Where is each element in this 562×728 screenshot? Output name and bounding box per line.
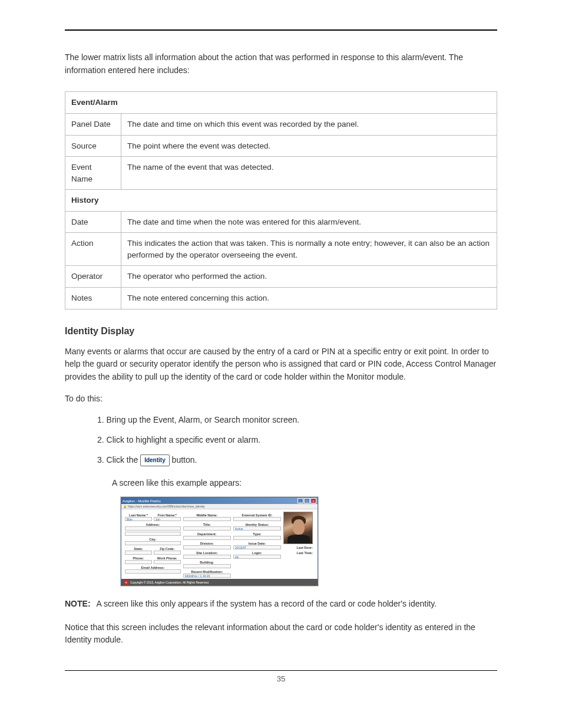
minimize-icon: _ — [297, 498, 303, 503]
steps-list: 1. Bring up the Event, Alarm, or Search … — [65, 414, 497, 466]
page-number: 35 — [277, 674, 285, 683]
page-footer: 35 — [65, 670, 497, 683]
field-city — [125, 541, 181, 545]
table-row: Notes The note entered concerning this a… — [65, 288, 497, 309]
step3-prefix: 3. Click the — [97, 455, 140, 465]
row-desc: This indicates the action that was taken… — [121, 233, 497, 266]
step-item: 1. Bring up the Event, Alarm, or Search … — [97, 414, 497, 427]
step3-suffix: button. — [172, 455, 197, 465]
field-external-id — [233, 517, 281, 521]
step-item: 2. Click to highlight a specific event o… — [97, 434, 497, 447]
row-desc: The date and time on which this event wa… — [121, 113, 497, 135]
closing-paragraph: Notice that this screen includes the rel… — [65, 621, 497, 647]
table-row: Panel Date The date and time on which th… — [65, 113, 497, 135]
field-middle-name — [183, 517, 231, 521]
url-text: https://acm.avilonsecurity.com/099/subsc… — [128, 505, 205, 508]
field-building — [183, 564, 231, 568]
table-row: Source The point where the event was det… — [65, 135, 497, 157]
label-last-door: Last Door: — [283, 546, 314, 549]
mock-body: Last Name:* Blas First Name:* Jon Addres… — [121, 509, 318, 579]
mock-col-work: Middle Name: Title: Department: Division… — [183, 512, 231, 578]
row-label: Operator — [65, 266, 121, 288]
row-label: Source — [65, 135, 121, 157]
avigilon-logo-icon: ✕ — [124, 580, 128, 585]
field-last-name: Blas — [125, 517, 152, 521]
maximize-icon: □ — [304, 498, 310, 503]
row-desc: The date and time when the note was ente… — [121, 211, 497, 233]
event-alarm-table: Event/Alarm Panel Date The date and time… — [65, 91, 497, 309]
row-label: Action — [65, 233, 121, 266]
identity-display-paragraph: Many events or alarms that occur are cau… — [65, 345, 497, 384]
note-block: NOTE: A screen like this only appears if… — [65, 598, 497, 611]
field-issue-date: 10/13/07 — [233, 545, 281, 549]
mock-window: Avigilon - Mozilla Firefox _ □ × 🔒 https… — [121, 497, 318, 586]
identity-screenshot: Avigilon - Mozilla Firefox _ □ × 🔒 https… — [121, 497, 497, 586]
table-row: Operator The operator who performed the … — [65, 266, 497, 288]
identity-button[interactable]: Identity — [140, 454, 170, 466]
mock-col-status: External System ID: Identity Status: Act… — [233, 512, 281, 578]
row-label: Event Name — [65, 157, 121, 190]
row-desc: The point where the event was detected. — [121, 135, 497, 157]
table-section-header: Event/Alarm — [65, 92, 497, 114]
section-header-cell: Event/Alarm — [65, 92, 497, 114]
identity-photo — [283, 512, 313, 544]
field-title — [183, 526, 231, 531]
field-department — [183, 536, 231, 540]
row-label: Date — [65, 211, 121, 233]
section-header-cell: History — [65, 190, 497, 212]
lock-icon: 🔒 — [123, 505, 127, 508]
identity-display-heading: Identity Display — [65, 326, 497, 337]
field-email — [125, 569, 181, 574]
close-icon: × — [310, 498, 316, 503]
row-desc: The name of the event that was detected. — [121, 157, 497, 190]
label-last-time: Last Time: — [283, 551, 314, 555]
top-rule — [65, 29, 497, 31]
field-work-phone — [154, 560, 181, 564]
field-site-location — [183, 555, 231, 559]
table-row: Action This indicates the action that wa… — [65, 233, 497, 266]
step-item: 3. Click the Identity button. — [97, 454, 497, 467]
row-desc: The note entered concerning this action. — [121, 288, 497, 309]
table-row: Event Name The name of the event that wa… — [65, 157, 497, 190]
row-label: Panel Date — [65, 113, 121, 135]
mock-urlbar: 🔒 https://acm.avilonsecurity.com/099/sub… — [121, 504, 318, 509]
note-body: A screen like this only appears if the s… — [97, 598, 437, 611]
field-address2 — [125, 532, 181, 536]
field-type — [233, 536, 281, 540]
table-row: Date The date and time when the note was… — [65, 211, 497, 233]
mock-col-photo: Last Door: Last Time: — [283, 512, 314, 578]
field-recent-mod: 0d0s6h1s / 1:19:29 — [183, 574, 231, 578]
table-section-header: History — [65, 190, 497, 212]
field-login: jds — [233, 555, 281, 559]
field-first-name: Jon — [154, 517, 181, 521]
field-phone — [125, 560, 152, 564]
row-desc: The operator who performed the action. — [121, 266, 497, 288]
footer-copyright: Copyright © 2013, Avigilon Corporation. … — [130, 581, 209, 584]
window-title: Avigilon - Mozilla Firefox — [123, 499, 161, 503]
row-label: Notes — [65, 288, 121, 309]
field-identity-status: Active — [233, 526, 281, 531]
note-label: NOTE: — [65, 598, 91, 611]
intro-paragraph: The lower matrix lists all information a… — [65, 51, 497, 77]
mock-titlebar: Avigilon - Mozilla Firefox _ □ × — [121, 498, 318, 504]
field-address1 — [125, 526, 181, 531]
field-zip — [154, 551, 181, 555]
field-division — [183, 545, 231, 549]
todo-label: To do this: — [65, 393, 497, 406]
field-state — [125, 551, 152, 555]
mock-footer: ✕ Copyright © 2013, Avigilon Corporation… — [121, 579, 318, 585]
step3-subtext: A screen like this example appears: — [112, 477, 497, 490]
mock-col-personal: Last Name:* Blas First Name:* Jon Addres… — [125, 512, 181, 578]
